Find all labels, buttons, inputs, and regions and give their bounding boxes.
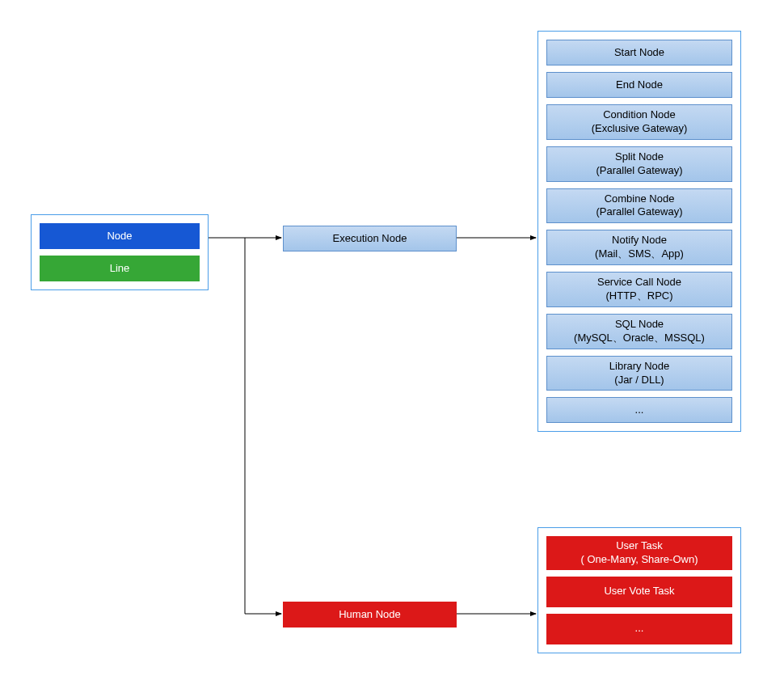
execution-child-1: End Node bbox=[546, 72, 732, 98]
execution-child-4: Combine Node (Parallel Gateway) bbox=[546, 188, 732, 224]
line-box: Line bbox=[40, 256, 200, 281]
human-children-container: User Task ( One-Many, Share-Own)User Vot… bbox=[537, 527, 741, 653]
execution-child-2: Condition Node (Exclusive Gateway) bbox=[546, 104, 732, 140]
execution-child-0: Start Node bbox=[546, 40, 732, 65]
human-node-box: Human Node bbox=[283, 602, 457, 628]
execution-children-container: Start NodeEnd NodeCondition Node (Exclus… bbox=[537, 31, 741, 432]
execution-child-6: Service Call Node (HTTP、RPC) bbox=[546, 272, 732, 307]
node-box: Node bbox=[40, 223, 200, 249]
human-child-2: ... bbox=[546, 614, 732, 644]
execution-child-5: Notify Node (Mail、SMS、App) bbox=[546, 230, 732, 265]
root-container: Node Line bbox=[31, 214, 209, 290]
execution-child-7: SQL Node (MySQL、Oracle、MSSQL) bbox=[546, 314, 732, 349]
human-child-0: User Task ( One-Many, Share-Own) bbox=[546, 536, 732, 570]
execution-child-9: ... bbox=[546, 397, 732, 423]
human-child-1: User Vote Task bbox=[546, 577, 732, 607]
execution-child-8: Library Node (Jar / DLL) bbox=[546, 356, 732, 391]
execution-child-3: Split Node (Parallel Gateway) bbox=[546, 146, 732, 182]
execution-node-box: Execution Node bbox=[283, 226, 457, 251]
